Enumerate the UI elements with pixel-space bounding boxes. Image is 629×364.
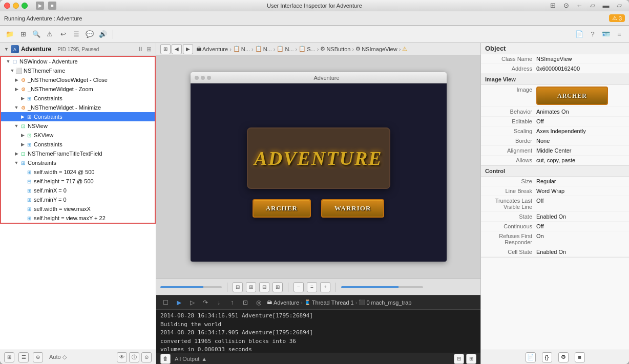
audio-icon[interactable]: 🔊 <box>97 29 109 40</box>
log-split-btn[interactable]: ⊟ <box>454 354 464 364</box>
back-button[interactable]: ← <box>574 0 585 11</box>
breadcrumb-nsbutton[interactable]: ⚙ NSButton <box>320 46 350 52</box>
folder-icon[interactable]: 📁 <box>4 29 15 40</box>
tree-item-constraints-nsview[interactable]: ▶ ⊞ Constraints <box>1 140 155 149</box>
split-right[interactable]: ▱ <box>614 0 625 11</box>
tree-item-constraints-top[interactable]: ▼ ⊞ Constraints <box>1 158 155 167</box>
hierarchy-icon[interactable]: ⊞ <box>17 29 29 40</box>
expand-root-icon[interactable]: ▼ <box>4 47 9 52</box>
debug-step-down-btn[interactable]: ↓ <box>214 297 224 308</box>
close-button[interactable] <box>4 3 10 9</box>
inspector-attributes-btn[interactable]: ≡ <box>575 352 585 362</box>
tree-item-nsview[interactable]: ▼ ⊡ NSView <box>1 121 155 131</box>
breadcrumb-s[interactable]: 📋 S... <box>299 46 316 52</box>
breadcrumb-n1[interactable]: 📋 N... <box>233 46 250 52</box>
tree-item-c-height2[interactable]: ⊞ self.height = view.maxY + 22 <box>1 213 155 223</box>
breadcrumb-n2[interactable]: 📋 N... <box>255 46 272 52</box>
split-left[interactable]: ▱ <box>587 0 598 11</box>
inspector-file-btn[interactable]: 📄 <box>526 352 536 362</box>
info-btn[interactable]: ⓘ <box>129 352 139 362</box>
tree-item-closewidget[interactable]: ▶ ⚙ _NSThemeCloseWidget - Close <box>1 75 155 84</box>
back-nav-btn[interactable]: ◀ <box>172 44 182 54</box>
tree-item-nswindow[interactable]: ▼ □ NSWindow - Adventure <box>1 57 155 66</box>
grid-view-btn[interactable]: ⊞ <box>160 44 171 54</box>
fill-btn[interactable]: ⊞ <box>246 282 256 292</box>
toggle-skview[interactable]: ▶ <box>19 132 26 138</box>
zoom-slider[interactable] <box>160 286 222 288</box>
debug-step-into-btn[interactable]: ↷ <box>200 297 211 308</box>
tree-item-zoomwidget[interactable]: ▶ ⚙ _NSThemeWidget - Zoom <box>1 84 155 94</box>
layout-btn[interactable]: ⊞ <box>272 282 283 292</box>
add-item-btn[interactable]: ⊞ <box>4 352 14 362</box>
sidebar-toggle[interactable]: ⊞ <box>547 0 558 11</box>
toggle-nswindow[interactable]: ▼ <box>5 58 11 65</box>
breadcrumb-adventure[interactable]: 🏔 Adventure <box>196 46 228 52</box>
collapse-btn[interactable]: ⊖ <box>33 352 43 362</box>
plus-btn[interactable]: + <box>320 282 330 292</box>
pause-icon[interactable]: ⏸ <box>137 46 143 53</box>
file-inspector-icon[interactable]: 📄 <box>574 29 585 40</box>
toggle-constraints-top[interactable]: ▼ <box>13 160 19 166</box>
grid-btn[interactable]: ⊟ <box>259 282 269 292</box>
back-nav-icon[interactable]: ↩ <box>57 29 69 40</box>
clear-log-btn[interactable]: 🗑 <box>160 354 171 364</box>
forward-nav-btn[interactable]: ▶ <box>183 44 193 54</box>
tree-item-nsthemeframe[interactable]: ▼ ⬜ NSThemeFrame <box>1 66 155 75</box>
search-toolbar-btn[interactable]: 🔍 <box>31 29 42 40</box>
share-button[interactable]: ⊙ <box>560 0 572 11</box>
toggle-zoomwidget[interactable]: ▶ <box>13 86 19 92</box>
debug-share-btn[interactable]: ⊡ <box>240 297 250 308</box>
toggle-titlefield[interactable]: ▶ <box>13 151 19 157</box>
warrior-button[interactable]: WARRIOR <box>321 199 384 218</box>
identity-icon[interactable]: 🪪 <box>600 29 612 40</box>
debug-step-up-btn[interactable]: ↑ <box>227 297 237 308</box>
toggle-closewidget[interactable]: ▶ <box>13 77 19 83</box>
tree-item-c-height1[interactable]: ⊟ self.height = 717 @ 500 <box>1 177 155 186</box>
tree-item-constraints-minimize[interactable]: ▶ ⊞ Constraints <box>1 112 155 121</box>
scroll-slider[interactable] <box>341 286 423 288</box>
play-button[interactable]: ▶ <box>36 2 44 10</box>
equals-btn[interactable]: = <box>307 282 317 292</box>
archer-button[interactable]: ARCHER <box>253 199 311 218</box>
stop-button[interactable]: ■ <box>48 2 56 10</box>
minus-btn[interactable]: − <box>293 282 304 292</box>
inspector-settings-btn[interactable]: ⚙ <box>558 352 569 362</box>
split-center[interactable]: ▬ <box>600 0 612 11</box>
fit-btn[interactable]: ⊟ <box>233 282 243 292</box>
debug-location-btn[interactable]: ◎ <box>254 297 264 308</box>
log-full-btn[interactable]: ⊞ <box>466 354 476 364</box>
tree-item-c-width2[interactable]: ⊞ self.width = view.maxX <box>1 204 155 213</box>
attributes-icon[interactable]: ≡ <box>614 29 625 40</box>
tree-item-constraints-zoom[interactable]: ▶ ⊞ Constraints <box>1 94 155 103</box>
tree-item-c-width1[interactable]: ⊞ self.width = 1024 @ 500 <box>1 167 155 177</box>
tree-item-c-minx[interactable]: ⊞ self.minX = 0 <box>1 186 155 195</box>
debug-play-btn[interactable]: ▶ <box>174 297 184 308</box>
eye-btn[interactable]: 👁 <box>117 352 127 362</box>
list-icon[interactable]: ☰ <box>71 29 82 40</box>
filter-left-btn[interactable]: ⊙ <box>141 352 152 362</box>
toggle-nsthemeframe[interactable]: ▼ <box>9 68 15 74</box>
canvas-controls: ⊟ ⊞ ⊟ ⊞ − = + <box>156 279 480 295</box>
expand-all-icon[interactable]: ⊞ <box>146 46 152 53</box>
alert-icon[interactable]: ⚠ <box>44 29 55 40</box>
toggle-minimizewidget[interactable]: ▼ <box>13 104 19 111</box>
toggle-constraints-zoom[interactable]: ▶ <box>19 95 26 101</box>
minimize-button[interactable] <box>13 3 19 9</box>
help-icon[interactable]: ? <box>587 29 598 40</box>
toggle-constraints-nsview[interactable]: ▶ <box>19 141 26 147</box>
tree-item-skview[interactable]: ▶ ⊡ SKView <box>1 131 155 140</box>
tree-item-titlefield[interactable]: ▶ ⊡ NSThemeFrameTitleTextField <box>1 149 155 158</box>
tree-item-c-miny[interactable]: ⊞ self.minY = 0 <box>1 195 155 204</box>
breadcrumb-n3[interactable]: 📋 N... <box>277 46 293 52</box>
list-view-btn[interactable]: ☰ <box>18 352 29 362</box>
debug-step-over-btn[interactable]: ▷ <box>187 297 197 308</box>
maximize-button[interactable] <box>22 3 28 9</box>
toggle-constraints-minimize[interactable]: ▶ <box>19 114 26 120</box>
breadcrumb-nsimageview[interactable]: ⚙ NSImageView <box>355 46 397 52</box>
toggle-nsview[interactable]: ▼ <box>13 123 19 129</box>
filter-toggle[interactable]: All Output ▲ <box>175 356 207 362</box>
tree-item-minimizewidget[interactable]: ▼ ⚙ _NSThemeWidget - Minimize <box>1 103 155 112</box>
speech-icon[interactable]: 💬 <box>84 29 95 40</box>
inspector-code-btn[interactable]: {} <box>542 352 552 362</box>
debug-clear-btn[interactable]: ☐ <box>160 297 171 308</box>
